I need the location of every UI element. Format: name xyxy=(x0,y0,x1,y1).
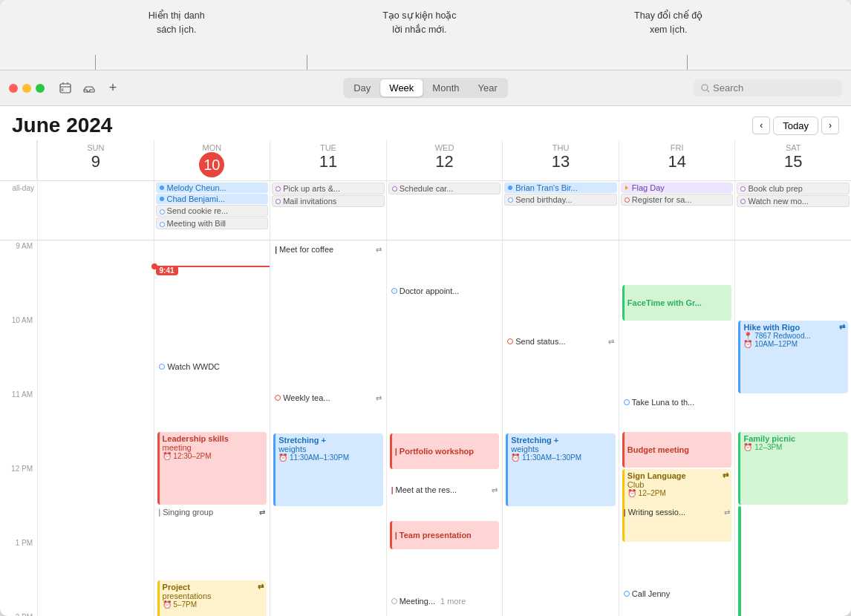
event-stretching-tue[interactable]: Stretching + weights ⏰ 11:30AM–1:30PM xyxy=(273,433,383,506)
allday-fri: Flag Day Register for sa... xyxy=(619,181,735,240)
event-portfolio[interactable]: | Portfolio workshop xyxy=(390,433,500,469)
day-header-sun: SUN 9 xyxy=(37,140,154,180)
event-writing[interactable]: | Writing sessio... ⇄ xyxy=(622,506,732,518)
view-tabs: Day Week Month Year xyxy=(343,78,508,98)
tab-month[interactable]: Month xyxy=(423,79,468,96)
day-header-mon: MON 10 xyxy=(154,140,270,180)
event-leadership[interactable]: Leadership skills meeting ⏰ 12:30–2PM xyxy=(157,432,267,505)
event-book-club[interactable]: Book club prep xyxy=(737,183,850,194)
event-luna[interactable]: Take Luna to th... xyxy=(622,396,732,408)
allday-sat: Book club prep Watch new mo... xyxy=(734,181,851,240)
event-call-jenny[interactable]: Call Jenny xyxy=(622,588,732,600)
event-send-cookie[interactable]: Send cookie re... xyxy=(156,205,269,217)
current-time-badge: 9:41 xyxy=(156,266,178,275)
svg-point-5 xyxy=(702,85,708,91)
close-button[interactable] xyxy=(9,84,18,93)
event-brian-bday[interactable]: Brian Tran's Bir... xyxy=(504,183,617,193)
event-pickup-arts[interactable]: Pick up arts &... xyxy=(272,183,385,194)
col-sat: Hike with Rigo⇄ 📍 7867 Redwood... ⏰ 10AM… xyxy=(734,240,851,616)
event-register[interactable]: Register for sa... xyxy=(621,194,734,206)
allday-label: all-day xyxy=(0,181,37,240)
today-button[interactable]: Today xyxy=(773,117,818,135)
event-meeting-bill[interactable]: Meeting with Bill xyxy=(156,217,269,229)
calendar-header: June 2024 ‹ Today › xyxy=(0,106,851,140)
event-flag-day[interactable]: Flag Day xyxy=(621,183,734,193)
annotation-1: Hiển thị danhsách lịch. xyxy=(149,9,205,37)
inbox-icon[interactable] xyxy=(80,79,98,97)
search-icon xyxy=(701,84,710,93)
titlebar: + Day Week Month Year xyxy=(0,71,851,106)
event-meet-coffee[interactable]: | Meet for coffee ⇄ xyxy=(273,243,383,255)
col-sun xyxy=(37,240,154,616)
col-fri: FaceTime with Gr... Take Luna to th... B… xyxy=(619,240,735,616)
tab-year[interactable]: Year xyxy=(469,79,506,96)
add-event-button[interactable]: + xyxy=(104,79,122,97)
event-schedule-car[interactable]: Schedule car... xyxy=(388,183,501,194)
svg-point-7 xyxy=(160,186,164,190)
day-header-fri: FRI 14 xyxy=(619,140,735,180)
event-meeting-more[interactable]: Meeting... 1 more xyxy=(390,595,500,607)
event-mail-inv[interactable]: Mail invitations xyxy=(272,195,385,207)
event-send-birthday[interactable]: Send birthday... xyxy=(504,194,617,206)
event-chad[interactable]: Chad Benjami... xyxy=(156,194,269,204)
search-box[interactable] xyxy=(694,79,842,96)
calendar-sidebar-icon[interactable] xyxy=(56,79,74,97)
event-budget[interactable]: Budget meeting xyxy=(622,432,732,468)
event-melody[interactable]: Melody Cheun... xyxy=(156,183,269,193)
event-watch-wwdc[interactable]: Watch WWDC xyxy=(157,361,267,373)
event-doctor[interactable]: Doctor appoint... xyxy=(390,285,500,297)
tab-week[interactable]: Week xyxy=(380,79,423,96)
event-team-pres[interactable]: | Team presentation xyxy=(390,521,500,549)
search-input[interactable] xyxy=(713,82,824,94)
annotation-2: Tạo sự kiện hoặclời nhắc mới. xyxy=(382,9,456,37)
event-singing-group[interactable]: | Singing group ⇄ xyxy=(157,506,267,518)
minimize-button[interactable] xyxy=(22,84,31,93)
event-facetime[interactable]: FaceTime with Gr... xyxy=(622,285,732,321)
annotation-3: Thay đổi chế độxem lịch. xyxy=(634,9,702,37)
allday-thu: Brian Tran's Bir... Send birthday... xyxy=(502,181,619,240)
event-family-picnic[interactable]: Family picnic ⏰ 12–3PM xyxy=(738,432,848,505)
calendar-grid: SUN 9 MON 10 TUE 11 WED 12 THU 13 FRI 14 xyxy=(0,140,851,616)
svg-point-9 xyxy=(508,186,512,190)
allday-wed: Schedule car... xyxy=(386,181,503,240)
calendar-nav: ‹ Today › xyxy=(752,117,839,135)
maximize-button[interactable] xyxy=(36,84,45,93)
day-headers: SUN 9 MON 10 TUE 11 WED 12 THU 13 FRI 14 xyxy=(0,140,851,181)
svg-line-6 xyxy=(708,90,710,92)
next-week-button[interactable]: › xyxy=(821,117,839,134)
day-header-wed: WED 12 xyxy=(386,140,503,180)
day-header-sat: SAT 15 xyxy=(734,140,851,180)
day-header-thu: THU 13 xyxy=(502,140,619,180)
traffic-lights xyxy=(9,84,45,93)
col-mon: 9:41 Watch WWDC Leadership skills meetin… xyxy=(154,240,270,616)
col-wed: Doctor appoint... | Portfolio workshop |… xyxy=(386,240,503,616)
event-weekly-tea[interactable]: Weekly tea... ⇄ xyxy=(273,392,383,404)
time-grid: 9 AM 10 AM 11 AM 12 PM 1 PM 2 PM 3 PM 4 … xyxy=(0,240,851,616)
event-meet-res[interactable]: | Meet at the res... ⇄ xyxy=(390,484,500,496)
day-header-tue: TUE 11 xyxy=(270,140,386,180)
event-sat-bar xyxy=(738,506,741,616)
allday-tue: Pick up arts &... Mail invitations xyxy=(270,181,386,240)
event-project-presentations[interactable]: Project⇄ presentations ⏰ 5–7PM xyxy=(157,580,267,616)
col-thu: Send status... ⇄ Stretching + weights ⏰ … xyxy=(502,240,619,616)
event-sign-language[interactable]: Sign Language⇄ Club ⏰ 12–2PM xyxy=(622,469,732,542)
col-tue: | Meet for coffee ⇄ Weekly tea... ⇄ Stre… xyxy=(270,240,386,616)
event-stretching-thu[interactable]: Stretching + weights ⏰ 11:30AM–1:30PM xyxy=(506,433,616,506)
svg-point-8 xyxy=(160,197,164,201)
allday-sun xyxy=(37,181,154,240)
allday-mon: Melody Cheun... Chad Benjami... Send coo… xyxy=(154,181,270,240)
svg-rect-4 xyxy=(62,88,64,91)
event-hike[interactable]: Hike with Rigo⇄ 📍 7867 Redwood... ⏰ 10AM… xyxy=(738,321,848,393)
allday-row: all-day Melody Cheun... Chad Benjami... … xyxy=(0,181,851,240)
calendar-title: June 2024 xyxy=(12,114,112,137)
event-send-status[interactable]: Send status... ⇄ xyxy=(506,335,616,347)
event-watch-new[interactable]: Watch new mo... xyxy=(737,195,850,207)
prev-week-button[interactable]: ‹ xyxy=(752,117,770,134)
tab-day[interactable]: Day xyxy=(345,79,379,96)
time-labels: 9 AM 10 AM 11 AM 12 PM 1 PM 2 PM 3 PM 4 … xyxy=(0,240,37,616)
